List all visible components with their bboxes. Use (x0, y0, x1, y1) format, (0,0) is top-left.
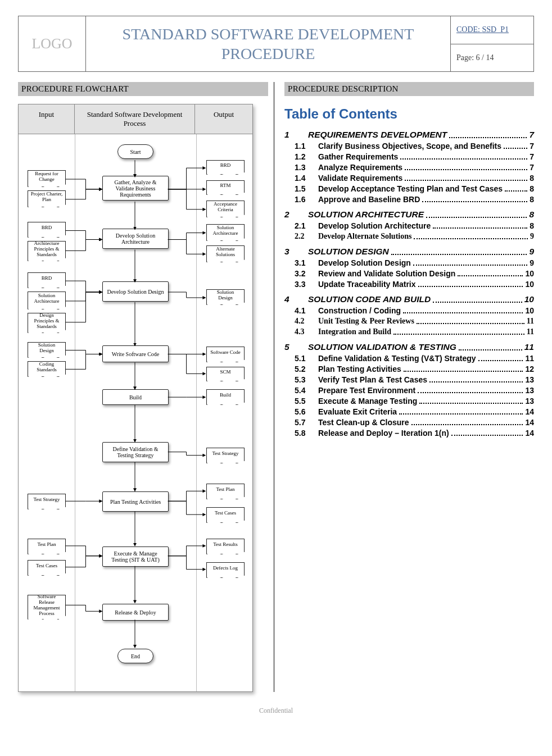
toc-leader (417, 323, 524, 324)
page-title: STANDARD SOFTWARE DEVELOPMENT PROCEDURE (92, 24, 445, 63)
toc-entry[interactable]: 1.5Develop Acceptance Testing Plan and T… (284, 184, 534, 193)
output-o11: Test Plan (206, 484, 245, 499)
toc-label: Execute & Manage Testing (318, 397, 417, 406)
input-i11: Test Plan (28, 539, 66, 554)
toc-leader (399, 413, 523, 415)
output-o12: Test Cases (206, 507, 245, 523)
input-i10: Test Strategy (28, 494, 66, 509)
toc-num: 5.4 (295, 386, 318, 395)
toc-leader (403, 312, 523, 313)
toc-entry[interactable]: 5.2Plan Testing Activities12 (284, 365, 534, 374)
toc-entry[interactable]: 1.4Validate Requirements8 (284, 174, 534, 183)
output-o1: BRD (206, 160, 245, 175)
toc-entry[interactable]: 2SOLUTION ARCHITECTURE8 (284, 210, 534, 220)
node-p7: Plan Testing Activities (102, 491, 169, 512)
toc-page: 7 (530, 142, 534, 151)
toc-label: Gather Requirements (318, 152, 398, 161)
toc-num: 5.1 (295, 354, 318, 363)
toc-entry[interactable]: 4.2Unit Testing & Peer Reviews11 (284, 317, 534, 326)
toc-page: 11 (524, 342, 534, 352)
flowchart-body: Start Gather, Analyze & Validate Busines… (19, 134, 252, 691)
toc-label: SOLUTION CODE AND BUILD (308, 294, 431, 304)
toc-leader (459, 349, 522, 350)
toc-entry[interactable]: 4.3Integration and Build11 (284, 327, 534, 336)
toc-leader (400, 158, 527, 160)
toc-num: 3.3 (295, 280, 318, 289)
toc-entry[interactable]: 2.2Develop Alternate Solutions9 (284, 232, 534, 241)
toc-leader (413, 265, 527, 266)
toc-entry[interactable]: 5.8Release and Deploy – Iteration 1(n)14 (284, 429, 534, 438)
node-p8: Execute & Manage Testing (SIT & UAT) (102, 546, 169, 567)
toc-leader (418, 392, 523, 393)
toc-label: Verify Test Plan & Test Cases (318, 375, 427, 384)
toc-leader (393, 334, 524, 335)
toc-page: 8 (529, 210, 534, 220)
input-i4: Architecture Principles & Standards (28, 241, 66, 261)
meta-cell: CODE: SSD_P1 Page: 6 / 14 (450, 16, 533, 71)
toc-entry[interactable]: 3.2Review and Validate Solution Design10 (284, 269, 534, 278)
toc-entry[interactable]: 1.1Clarify Business Objectives, Scope, a… (284, 142, 534, 151)
toc-label: SOLUTION DESIGN (308, 247, 389, 257)
toc-page: 7 (529, 130, 534, 140)
page-number: Page: 6 / 14 (451, 44, 533, 72)
input-i13: Software Release Management Process (28, 595, 66, 620)
toc-label: Release and Deploy – Iteration 1(n) (318, 429, 449, 438)
toc-entry[interactable]: 2.1Develop Solution Architecture8 (284, 221, 534, 230)
toc-entry[interactable]: 5.5Execute & Manage Testing13 (284, 397, 534, 406)
output-o7: Software Code (206, 347, 245, 362)
toc-leader (451, 435, 523, 436)
toc-leader (405, 169, 527, 170)
toc-leader (426, 217, 527, 218)
toc-entry[interactable]: 4SOLUTION CODE AND BUILD10 (284, 294, 534, 304)
toc-leader (478, 360, 523, 361)
output-o5: Alternate Solutions (206, 245, 245, 262)
toc-leader (433, 227, 527, 229)
toc-label: Review and Validate Solution Design (318, 269, 455, 278)
toc-entry[interactable]: 5.3Verify Test Plan & Test Cases13 (284, 375, 534, 384)
toc-label: Integration and Build (318, 327, 391, 336)
toc-num: 2 (284, 210, 308, 220)
toc-title: Table of Contents (284, 106, 534, 122)
node-p6: Define Validation & Testing Strategy (102, 442, 169, 462)
toc-entry[interactable]: 5SOLUTION VALIDATION & TESTING11 (284, 342, 534, 352)
toc-entry[interactable]: 5.7Test Clean-up & Closure14 (284, 418, 534, 427)
toc-entry[interactable]: 4.1Construction / Coding10 (284, 306, 534, 315)
toc-leader (458, 275, 523, 276)
table-of-contents: 1REQUIREMENTS DEVELOPMENT71.1Clarify Bus… (284, 130, 534, 438)
toc-label: Develop Solution Architecture (318, 221, 431, 230)
toc-page: 10 (525, 306, 534, 315)
input-i2: Project Charter, Plan (28, 190, 66, 207)
toc-page: 11 (527, 327, 534, 336)
toc-entry[interactable]: 5.6Evaluate Exit Criteria14 (284, 407, 534, 416)
toc-label: SOLUTION VALIDATION & TESTING (308, 342, 456, 352)
node-start: Start (117, 144, 153, 159)
toc-entry[interactable]: 5.4Prepare Test Environment13 (284, 386, 534, 395)
toc-entry[interactable]: 1REQUIREMENTS DEVELOPMENT7 (284, 130, 534, 140)
input-i12: Test Cases (28, 560, 66, 576)
toc-entry[interactable]: 3.1Develop Solution Design9 (284, 258, 534, 267)
toc-num: 1 (284, 130, 308, 140)
toc-page: 14 (525, 429, 534, 438)
toc-entry[interactable]: 3.3Update Traceability Matrix10 (284, 280, 534, 289)
toc-page: 11 (527, 317, 534, 326)
toc-leader (504, 148, 527, 149)
input-i7: Design Principles & Standards (28, 313, 66, 333)
node-p1: Gather, Analyze & Validate Business Requ… (102, 176, 169, 201)
toc-page: 10 (524, 294, 534, 304)
output-o14: Defects Log (206, 562, 245, 578)
output-o13: Test Results (206, 539, 245, 554)
toc-entry[interactable]: 1.3Analyze Requirements7 (284, 163, 534, 172)
toc-label: Plan Testing Activities (318, 365, 401, 374)
toc-entry[interactable]: 1.6Approve and Baseline BRD8 (284, 195, 534, 204)
toc-page: 14 (525, 407, 534, 416)
toc-page: 7 (530, 163, 534, 172)
code-value: SSD_P1 (482, 25, 509, 34)
toc-label: REQUIREMENTS DEVELOPMENT (308, 130, 447, 140)
toc-entry[interactable]: 3SOLUTION DESIGN9 (284, 247, 534, 257)
output-o2: RTM (206, 180, 245, 195)
right-column: PROCEDURE DESCRIPTION Table of Contents … (274, 82, 534, 692)
toc-page: 14 (525, 418, 534, 427)
toc-entry[interactable]: 5.1Define Validation & Testing (V&T) Str… (284, 354, 534, 363)
toc-entry[interactable]: 1.2Gather Requirements7 (284, 152, 534, 161)
footer-label: Confidential (18, 707, 534, 715)
